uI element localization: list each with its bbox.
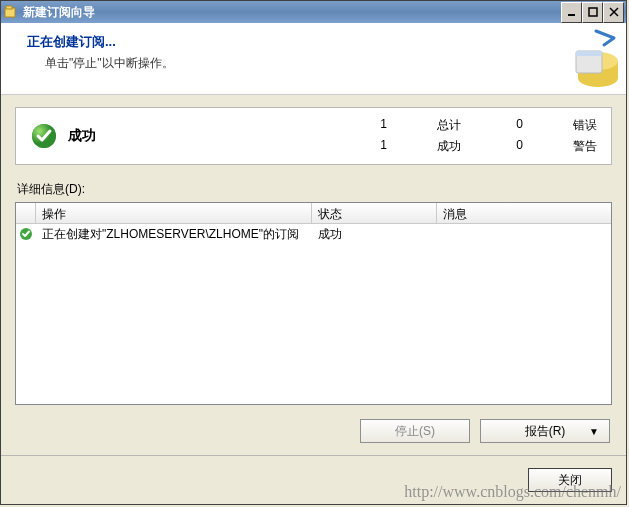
success-icon <box>30 122 58 150</box>
header-graphic-icon <box>546 23 626 94</box>
stat-success-num: 1 <box>375 138 387 155</box>
row-status: 成功 <box>312 226 437 243</box>
stat-warning-label: 警告 <box>573 138 597 155</box>
minimize-button[interactable] <box>561 2 582 23</box>
table-body: 正在创建对"ZLHOMESERVER\ZLHOME"的订阅 成功 <box>16 224 611 404</box>
table-header: 操作 状态 消息 <box>16 203 611 224</box>
close-button-label: 关闭 <box>558 472 582 489</box>
app-icon <box>3 4 19 20</box>
row-success-icon <box>16 227 36 241</box>
dropdown-arrow-icon: ▼ <box>589 426 599 437</box>
report-button[interactable]: 报告(R) ▼ <box>480 419 610 443</box>
svg-rect-1 <box>6 6 12 9</box>
stat-total-num: 1 <box>375 117 387 134</box>
report-button-label: 报告(R) <box>525 423 566 440</box>
column-header-message[interactable]: 消息 <box>437 203 611 223</box>
summary-box: 成功 1 总计 0 错误 1 成功 0 警告 <box>15 107 612 165</box>
summary-status-label: 成功 <box>68 127 365 145</box>
close-dialog-button[interactable]: 关闭 <box>528 468 612 492</box>
stat-success-label: 成功 <box>437 138 461 155</box>
window-title: 新建订阅向导 <box>23 4 561 21</box>
header-subtitle: 单击"停止"以中断操作。 <box>27 55 610 72</box>
stop-button[interactable]: 停止(S) <box>360 419 470 443</box>
wizard-window: 新建订阅向导 正在创建订阅... 单击"停止"以中断操作。 <box>0 0 627 505</box>
stat-error-num: 0 <box>511 117 523 134</box>
svg-rect-3 <box>589 8 597 16</box>
window-controls <box>561 2 624 23</box>
column-header-icon[interactable] <box>16 203 36 223</box>
svg-rect-2 <box>568 14 575 16</box>
details-label: 详细信息(D): <box>17 181 612 198</box>
action-button-row: 停止(S) 报告(R) ▼ <box>15 405 612 445</box>
stop-button-label: 停止(S) <box>395 423 435 440</box>
wizard-footer: 关闭 <box>1 455 626 504</box>
stat-warning-num: 0 <box>511 138 523 155</box>
column-header-action[interactable]: 操作 <box>36 203 312 223</box>
details-table: 操作 状态 消息 正在创建对"ZLHOMESERVER\ZLHOME"的订阅 成… <box>15 202 612 405</box>
stat-error-label: 错误 <box>573 117 597 134</box>
svg-rect-8 <box>576 51 602 56</box>
row-action: 正在创建对"ZLHOMESERVER\ZLHOME"的订阅 <box>36 226 312 243</box>
table-row[interactable]: 正在创建对"ZLHOMESERVER\ZLHOME"的订阅 成功 <box>16 224 611 244</box>
wizard-header: 正在创建订阅... 单击"停止"以中断操作。 <box>1 23 626 95</box>
header-title: 正在创建订阅... <box>27 33 610 51</box>
stat-total-label: 总计 <box>437 117 461 134</box>
maximize-button[interactable] <box>582 2 603 23</box>
summary-stats: 1 总计 0 错误 1 成功 0 警告 <box>375 117 597 155</box>
wizard-body: 成功 1 总计 0 错误 1 成功 0 警告 详细信息(D): 操作 状态 消息 <box>1 95 626 455</box>
close-button[interactable] <box>603 2 624 23</box>
titlebar: 新建订阅向导 <box>1 1 626 23</box>
column-header-status[interactable]: 状态 <box>312 203 437 223</box>
